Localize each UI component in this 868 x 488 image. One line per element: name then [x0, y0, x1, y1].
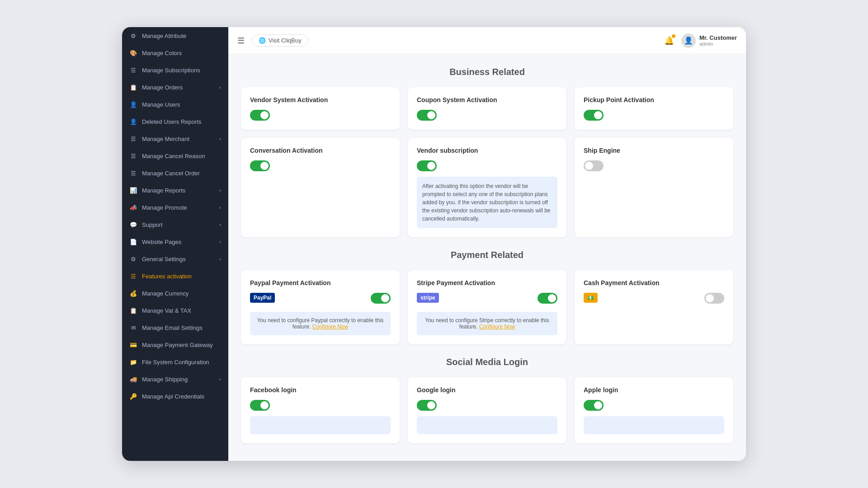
sidebar-item-manage-cancel-order[interactable]: ☰ Manage Cancel Order — [122, 164, 228, 182]
sidebar-label-manage-subscriptions: Manage Subscriptions — [142, 67, 221, 74]
sidebar-item-file-system-configuration[interactable]: 📁 File System Configuration — [122, 353, 228, 371]
sidebar-item-manage-attribute[interactable]: ⚙ Manage Attribute — [122, 27, 228, 44]
sidebar-label-deleted-users-reports: Deleted Users Reports — [142, 118, 221, 125]
chevron-icon: › — [219, 376, 221, 382]
configure-link-paypal[interactable]: Configure Now — [312, 324, 348, 330]
sidebar-label-manage-shipping: Manage Shipping — [142, 376, 215, 383]
business-card-vendor-subscription: Vendor subscription After activating thi… — [408, 138, 566, 237]
card-title: Conversation Activation — [250, 147, 391, 154]
toggle-coupon-system[interactable] — [417, 110, 437, 121]
toggle-vendor-system[interactable] — [250, 110, 270, 121]
sidebar-item-manage-api-credentials[interactable]: 🔑 Manage Api Credentials — [122, 388, 228, 405]
toggle-vendor-subscription[interactable] — [417, 160, 437, 171]
toggle-pickup-point[interactable] — [584, 110, 604, 121]
toggle-row — [250, 400, 391, 411]
notification-badge — [672, 34, 675, 38]
hamburger-icon[interactable]: ☰ — [237, 36, 245, 46]
toggle-ship-engine[interactable] — [584, 160, 604, 171]
social-card-google-login: Google login — [408, 377, 566, 443]
sidebar-label-manage-vat-tax: Manage Vat & TAX — [142, 307, 221, 314]
toggle-row — [417, 400, 557, 411]
card-title: Pickup Point Activation — [584, 96, 724, 103]
warning-box: You need to configure Paypal correctly t… — [250, 312, 391, 335]
sidebar-icon-manage-shipping: 🚚 — [129, 375, 137, 383]
business-card-vendor-system: Vendor System Activation — [241, 87, 400, 130]
social-card-footer — [250, 416, 391, 434]
sidebar-item-manage-subscriptions[interactable]: ☰ Manage Subscriptions — [122, 61, 228, 79]
sidebar-item-general-settings[interactable]: ⚙ General Settings › — [122, 250, 228, 267]
sidebar-label-website-pages: Website Pages — [142, 239, 215, 245]
social-card-footer — [584, 416, 724, 434]
toggle-row — [250, 110, 391, 121]
sidebar-icon-manage-promote: 📣 — [129, 203, 137, 211]
chevron-icon: › — [219, 222, 221, 227]
card-title: Cash Payment Activation — [584, 279, 724, 286]
business-cards-grid: Vendor System Activation Coupon System A… — [241, 87, 733, 237]
sidebar-item-support[interactable]: 💬 Support › — [122, 216, 228, 233]
sidebar-item-manage-payment-gateway[interactable]: 💳 Manage Payment Gateway — [122, 336, 228, 353]
business-card-ship-engine: Ship Engine — [575, 138, 733, 237]
sidebar-item-manage-currency[interactable]: 💰 Manage Currency — [122, 285, 228, 302]
sidebar-icon-support: 💬 — [129, 221, 137, 229]
sidebar-item-manage-cancel-reason[interactable]: ☰ Manage Cancel Reason — [122, 147, 228, 164]
sidebar-icon-general-settings: ⚙ — [129, 255, 137, 263]
sidebar-label-manage-attribute: Manage Attribute — [142, 33, 221, 39]
card-title: Google login — [417, 386, 557, 394]
sidebar-item-manage-reports[interactable]: 📊 Manage Reports › — [122, 182, 228, 199]
sidebar-icon-manage-cancel-reason: ☰ — [129, 152, 137, 160]
sidebar-icon-manage-orders: 📋 — [129, 83, 137, 91]
payment-card-paypal: Paypal Payment Activation PayPal You nee… — [241, 270, 400, 344]
sidebar-label-features-activation: Features activation — [142, 273, 221, 280]
sidebar-icon-manage-attribute: ⚙ — [129, 32, 137, 40]
sidebar-item-manage-promote[interactable]: 📣 Manage Promote › — [122, 199, 228, 216]
business-card-coupon-system: Coupon System Activation — [408, 87, 566, 130]
chevron-icon: › — [219, 205, 221, 210]
header: ☰ 🌐 Visit CliqBuy 🔔 👤 Mr. Customer admi — [228, 27, 746, 54]
toggle-row — [584, 160, 724, 171]
sidebar-item-website-pages[interactable]: 📄 Website Pages › — [122, 233, 228, 250]
user-info[interactable]: 👤 Mr. Customer admin — [681, 33, 737, 48]
payment-logo-cash: 💵 — [584, 293, 598, 303]
visit-cliqbuy-button[interactable]: 🌐 Visit CliqBuy — [252, 34, 308, 47]
sidebar-icon-manage-merchant: ☰ — [129, 135, 137, 143]
sidebar-icon-deleted-users-reports: 👤 — [129, 117, 137, 126]
sidebar: ⚙ Manage Attribute 🎨 Manage Colors ☰ Man… — [122, 27, 228, 461]
sidebar-item-manage-shipping[interactable]: 🚚 Manage Shipping › — [122, 371, 228, 388]
sidebar-item-manage-merchant[interactable]: ☰ Manage Merchant › — [122, 130, 228, 147]
toggle-stripe[interactable] — [538, 293, 557, 304]
payment-card-inner: 💵 — [584, 293, 724, 307]
payment-card-inner: PayPal — [250, 293, 391, 307]
toggle-row — [584, 110, 724, 121]
toggle-conversation[interactable] — [250, 160, 270, 171]
notification-icon[interactable]: 🔔 — [664, 36, 674, 46]
toggle-apple-login[interactable] — [584, 400, 604, 411]
payment-cards-grid: Paypal Payment Activation PayPal You nee… — [241, 270, 733, 344]
toggle-row — [584, 400, 724, 411]
payment-card-stripe: Stripe Payment Activation stripe You nee… — [408, 270, 566, 344]
sidebar-label-general-settings: General Settings — [142, 256, 215, 263]
card-title: Stripe Payment Activation — [417, 279, 557, 286]
sidebar-icon-manage-colors: 🎨 — [129, 49, 137, 57]
payment-card-cash: Cash Payment Activation 💵 — [575, 270, 733, 344]
toggle-facebook-login[interactable] — [250, 400, 270, 411]
sidebar-item-manage-email-settings[interactable]: ✉ Manage Email Settings — [122, 319, 228, 336]
sidebar-item-deleted-users-reports[interactable]: 👤 Deleted Users Reports — [122, 113, 228, 130]
sidebar-item-manage-colors[interactable]: 🎨 Manage Colors — [122, 44, 228, 61]
card-title: Coupon System Activation — [417, 96, 557, 103]
sidebar-item-manage-orders[interactable]: 📋 Manage Orders › — [122, 79, 228, 96]
chevron-icon: › — [219, 84, 221, 90]
user-name: Mr. Customer — [699, 34, 737, 41]
sidebar-icon-manage-payment-gateway: 💳 — [129, 341, 137, 349]
toggle-cash[interactable] — [704, 293, 724, 304]
sidebar-item-features-activation[interactable]: ☰ Features activation — [122, 267, 228, 285]
toggle-google-login[interactable] — [417, 400, 437, 411]
card-title: Ship Engine — [584, 147, 724, 154]
sidebar-item-manage-users[interactable]: 👤 Manage Users — [122, 96, 228, 113]
sidebar-icon-manage-email-settings: ✉ — [129, 324, 137, 332]
toggle-paypal[interactable] — [371, 293, 391, 304]
payment-logo-paypal: PayPal — [250, 293, 275, 303]
sidebar-icon-file-system-configuration: 📁 — [129, 358, 137, 366]
sidebar-item-manage-vat-tax[interactable]: 📋 Manage Vat & TAX — [122, 302, 228, 319]
configure-link-stripe[interactable]: Configure Now — [479, 324, 515, 330]
toggle-row — [417, 160, 557, 171]
